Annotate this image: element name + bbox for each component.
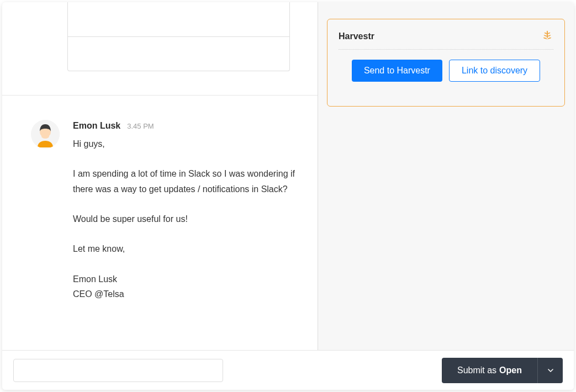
message-header: Emon Lusk 3.45 PM <box>73 121 301 131</box>
submit-button-group: Submit as Open <box>442 358 563 383</box>
message-content: Emon Lusk 3.45 PM Hi guys, I am spending… <box>73 120 301 301</box>
submit-status: Open <box>499 365 522 375</box>
avatar-icon <box>31 120 60 149</box>
footer-bar: Submit as Open <box>2 350 574 390</box>
harvestr-actions: Send to Harvestr Link to discovery <box>339 60 553 82</box>
message-body: Hi guys, I am spending a lot of time in … <box>73 136 301 301</box>
reply-input[interactable] <box>13 359 223 382</box>
author-name: Emon Lusk <box>73 121 120 131</box>
submit-button[interactable]: Submit as Open <box>442 358 537 383</box>
section-divider <box>2 95 318 96</box>
card-divider <box>68 36 289 37</box>
avatar <box>31 120 60 149</box>
submit-dropdown-button[interactable] <box>537 358 563 383</box>
conversation-column: Emon Lusk 3.45 PM Hi guys, I am spending… <box>2 2 318 350</box>
submit-prefix: Submit as <box>457 365 496 375</box>
link-to-discovery-button[interactable]: Link to discovery <box>449 60 540 82</box>
harvestr-panel-header: Harvestr <box>339 30 553 50</box>
harvestr-panel: Harvestr Send to Ha <box>327 19 565 107</box>
app-window: Emon Lusk 3.45 PM Hi guys, I am spending… <box>2 2 574 390</box>
harvestr-logo-icon <box>541 30 553 43</box>
svg-point-2 <box>41 134 49 139</box>
previous-message-card <box>67 2 290 71</box>
sidebar-column: Harvestr Send to Ha <box>318 2 574 350</box>
message-timestamp: 3.45 PM <box>127 122 154 130</box>
main-content: Emon Lusk 3.45 PM Hi guys, I am spending… <box>2 2 574 350</box>
chevron-down-icon <box>547 367 554 374</box>
send-to-harvestr-button[interactable]: Send to Harvestr <box>352 60 442 82</box>
message-block: Emon Lusk 3.45 PM Hi guys, I am spending… <box>31 120 301 301</box>
harvestr-panel-title: Harvestr <box>339 31 374 41</box>
